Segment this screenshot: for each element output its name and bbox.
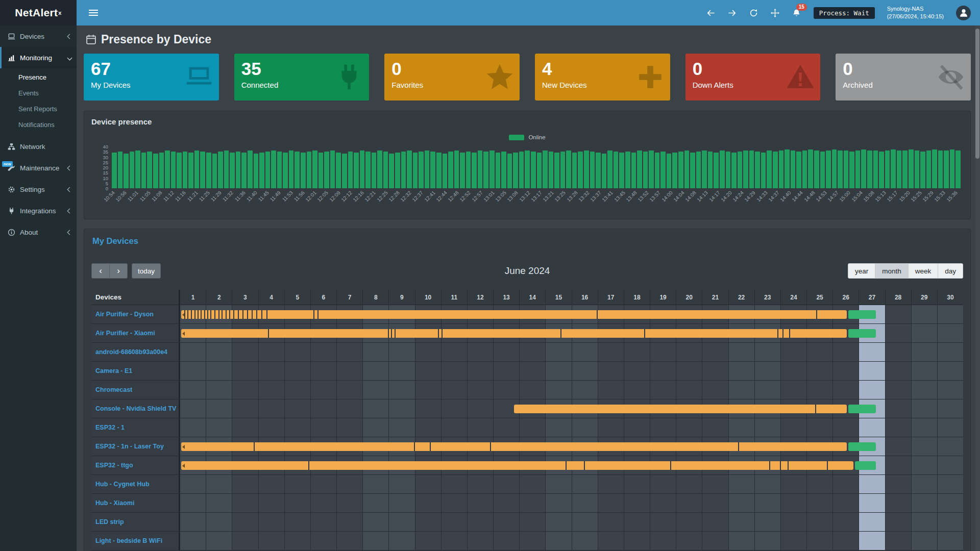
device-row: Light - bedside B WiFi <box>91 532 963 550</box>
day-cell <box>832 362 859 380</box>
back-arrow-icon[interactable] <box>706 8 716 17</box>
day-cell <box>702 532 728 550</box>
day-cell <box>650 381 676 399</box>
day-cell <box>780 418 806 437</box>
day-cell <box>859 381 885 399</box>
device-name-link[interactable]: ESP32 - 1n - Laser Toy <box>91 437 180 456</box>
offline-tick <box>391 329 392 338</box>
sidebar-item-network[interactable]: Network <box>0 136 77 157</box>
app-logo[interactable]: NetAlertx <box>0 0 77 26</box>
stat-card-new-devices[interactable]: 4 New Devices <box>535 54 670 101</box>
presence-segment-past[interactable] <box>181 329 847 338</box>
sidebar-item-label: Devices <box>20 33 63 40</box>
device-name-link[interactable]: Hub - Cygnet Hub <box>91 475 180 493</box>
stat-card-connected[interactable]: 35 Connected <box>234 54 370 101</box>
sidebar-item-maintenance[interactable]: new Maintenance <box>0 157 77 179</box>
device-name-link[interactable]: Hub - Xiaomi <box>91 494 180 512</box>
view-button-week[interactable]: week <box>908 263 939 279</box>
submenu-item-presence[interactable]: Presence <box>0 69 77 85</box>
presence-segment-now[interactable] <box>855 461 876 470</box>
x-axis-label: 11:21 <box>186 190 199 203</box>
day-cell <box>467 513 493 531</box>
device-name-link[interactable]: android-68608b93a00e4 <box>91 343 180 361</box>
day-cell <box>728 381 754 399</box>
device-name-link[interactable]: Chromecast <box>91 381 180 399</box>
presence-segment-now[interactable] <box>848 405 876 413</box>
today-button[interactable]: today <box>132 263 161 279</box>
x-axis-label: 13:45 <box>613 190 626 203</box>
x-axis-label: 11:53 <box>281 190 293 203</box>
day-cell <box>702 343 728 361</box>
stat-card-favorites[interactable]: 0 Favorites <box>384 54 520 101</box>
sidebar-item-about[interactable]: About <box>0 221 77 243</box>
page-scrollbar[interactable] <box>975 26 980 551</box>
stat-card-down-alerts[interactable]: 0 Down Alerts <box>685 54 821 101</box>
day-header: 6 <box>310 290 336 305</box>
day-cell <box>598 381 624 399</box>
forward-arrow-icon[interactable] <box>728 8 737 17</box>
presence-bar <box>401 152 406 188</box>
day-cell <box>806 362 832 380</box>
move-icon[interactable] <box>771 8 780 17</box>
presence-segment-past[interactable] <box>181 310 847 319</box>
sidebar-item-integrations[interactable]: Integrations <box>0 200 77 221</box>
submenu-item-events[interactable]: Events <box>0 85 77 101</box>
stat-card-my-devices[interactable]: 67 My Devices <box>84 54 219 101</box>
x-axis-label: 12:57 <box>471 190 483 203</box>
presence-segment-past[interactable] <box>181 442 847 451</box>
presence-segment-now[interactable] <box>848 310 876 319</box>
offline-tick <box>191 310 192 319</box>
day-header: 15 <box>545 290 571 305</box>
day-cell <box>362 381 388 399</box>
presence-segment-now[interactable] <box>848 329 876 338</box>
device-name-link[interactable]: Air Purifier - Dyson <box>91 305 180 323</box>
submenu-item-sent-reports[interactable]: Sent Reports <box>0 101 77 117</box>
presence-bar <box>855 151 861 188</box>
sidebar-item-devices[interactable]: Devices <box>0 26 77 47</box>
process-status[interactable]: Process: Wait <box>814 7 875 19</box>
view-button-day[interactable]: day <box>938 263 963 279</box>
view-button-month[interactable]: month <box>875 263 909 279</box>
device-name-link[interactable]: Console - Nvidia Shield TV <box>91 399 180 418</box>
next-month-button[interactable]: › <box>109 263 128 279</box>
device-name-link[interactable]: Air Purifier - Xiaomi <box>91 324 180 342</box>
user-avatar[interactable] <box>956 6 971 20</box>
device-name-link[interactable]: Camera - E1 <box>91 362 180 380</box>
device-name-link[interactable]: ESP32 - ttgo <box>91 456 180 474</box>
day-header: 18 <box>624 290 650 305</box>
view-button-year[interactable]: year <box>848 263 875 279</box>
sidebar-toggle-icon[interactable] <box>87 7 100 19</box>
device-name-link[interactable]: Light - bedside B WiFi <box>91 532 180 550</box>
day-cell <box>362 362 388 380</box>
chevron-left-icon <box>67 165 72 170</box>
device-name-link[interactable]: LED strip <box>91 513 180 531</box>
day-cell <box>545 381 571 399</box>
day-header: 20 <box>676 290 702 305</box>
presence-segment-now[interactable] <box>848 442 876 451</box>
day-cell <box>859 343 885 361</box>
x-axis-label: 12:28 <box>387 190 400 203</box>
x-axis-label: 12:48 <box>447 190 459 203</box>
device-name-link[interactable]: ESP32 - 1 <box>91 418 180 437</box>
notifications-bell-icon[interactable]: 15 <box>792 8 801 17</box>
refresh-icon[interactable] <box>749 8 758 17</box>
my-devices-title[interactable]: My Devices <box>92 236 963 246</box>
x-axis-label: 13:57 <box>649 190 662 203</box>
presence-bar <box>672 153 677 188</box>
scrollbar-thumb[interactable] <box>975 29 979 159</box>
presence-bar <box>649 151 654 188</box>
chart-legend[interactable]: Online <box>91 134 963 140</box>
presence-segment-past[interactable] <box>181 461 854 470</box>
presence-bar <box>489 151 495 188</box>
day-header: 11 <box>441 290 467 305</box>
presence-bar <box>177 153 182 188</box>
day-cell <box>572 381 598 399</box>
prev-month-button[interactable]: ‹ <box>91 263 110 279</box>
day-cell <box>310 513 336 531</box>
sidebar-item-settings[interactable]: Settings <box>0 179 77 200</box>
sidebar-item-monitoring[interactable]: Monitoring <box>0 47 77 68</box>
day-cell <box>728 362 754 380</box>
submenu-item-notifications[interactable]: Notifications <box>0 117 77 133</box>
presence-segment-past[interactable] <box>514 405 847 413</box>
stat-card-archived[interactable]: 0 Archived <box>836 54 971 101</box>
